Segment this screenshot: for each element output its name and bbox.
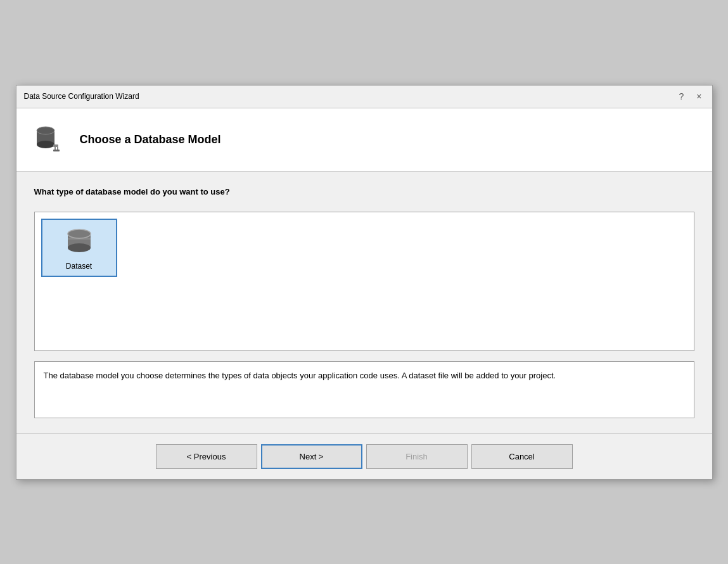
help-button[interactable]: ? [677,90,687,103]
svg-point-2 [37,141,54,148]
dialog: Data Source Configuration Wizard ? × [16,85,713,480]
model-selection-box: Dataset [34,212,694,351]
next-button[interactable]: Next > [261,444,362,469]
title-bar-controls: ? × [677,90,705,103]
finish-button[interactable]: Finish [366,444,468,469]
description-box: The database model you choose determines… [34,361,694,418]
content-section: What type of database model do you want … [16,172,712,433]
window-title: Data Source Configuration Wizard [24,92,139,101]
question-label: What type of database model do you want … [34,187,694,196]
header-icon [32,122,67,157]
header-title: Choose a Database Model [80,133,221,146]
svg-rect-7 [53,150,60,151]
close-button[interactable]: × [694,90,704,103]
svg-rect-4 [53,144,58,147]
title-bar-left: Data Source Configuration Wizard [24,92,139,101]
svg-point-10 [68,243,91,252]
database-header-icon [32,122,67,157]
description-text: The database model you choose determines… [44,371,556,380]
cancel-button[interactable]: Cancel [471,444,573,469]
header-section: Choose a Database Model [16,108,712,172]
footer-section: < Previous Next > Finish Cancel [16,433,712,479]
previous-button[interactable]: < Previous [156,444,257,469]
dataset-icon [63,225,96,258]
dataset-model-item[interactable]: Dataset [41,219,117,277]
title-bar: Data Source Configuration Wizard ? × [16,86,712,108]
dataset-model-label: Dataset [66,262,92,271]
